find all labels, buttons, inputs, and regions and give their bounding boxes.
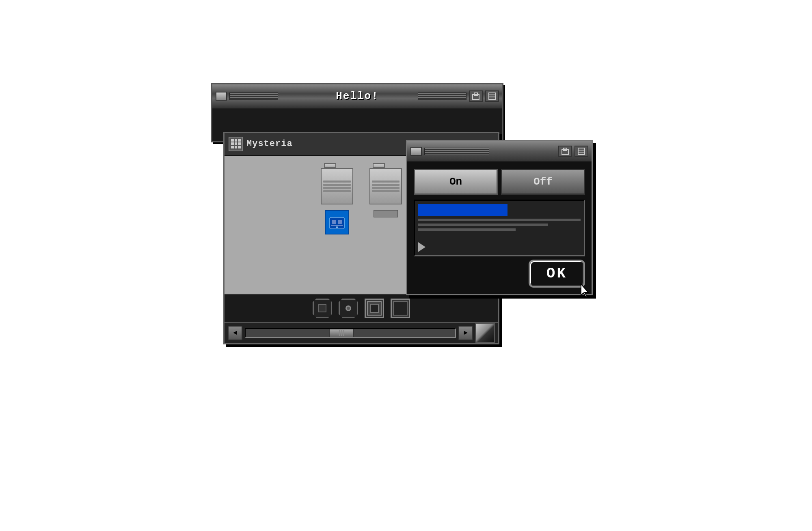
svg-rect-12 bbox=[578, 148, 585, 155]
svg-marker-15 bbox=[581, 284, 588, 297]
svg-rect-2 bbox=[489, 93, 495, 99]
toolbar-btn-2[interactable] bbox=[339, 299, 358, 318]
back-title-stripe bbox=[229, 92, 278, 100]
file-body-2 bbox=[369, 168, 402, 204]
svg-point-9 bbox=[336, 226, 338, 228]
back-window-icon1[interactable] bbox=[469, 90, 483, 102]
bottom-toolbar bbox=[225, 294, 498, 322]
scroll-track[interactable] bbox=[245, 328, 456, 338]
dialog-content: On Off OK bbox=[407, 162, 592, 294]
front-window-title: Mysteria bbox=[246, 139, 293, 149]
scroll-bar-area: ◄ ► bbox=[225, 322, 498, 343]
scroll-left-arrow[interactable]: ◄ bbox=[228, 326, 242, 340]
on-off-row: On Off bbox=[414, 169, 585, 195]
file-icon-finder[interactable] bbox=[321, 168, 353, 234]
list-area[interactable] bbox=[414, 200, 585, 256]
on-button[interactable]: On bbox=[414, 169, 498, 195]
file-tab-2 bbox=[373, 163, 385, 168]
toolbar-btn-3[interactable] bbox=[365, 299, 384, 318]
resize-corner[interactable] bbox=[475, 323, 495, 343]
file-lines-1 bbox=[323, 171, 351, 202]
list-selected-item bbox=[418, 204, 508, 216]
back-title-bar-left bbox=[216, 92, 278, 101]
finder-icon bbox=[325, 210, 349, 234]
svg-rect-6 bbox=[332, 220, 336, 224]
off-button[interactable]: Off bbox=[501, 169, 585, 195]
file-tab bbox=[324, 163, 336, 168]
file-body-1 bbox=[321, 168, 353, 204]
list-line-3 bbox=[418, 228, 516, 231]
ok-button[interactable]: OK bbox=[529, 260, 585, 288]
back-title-bar: Hello! bbox=[212, 84, 502, 109]
back-close-btn[interactable] bbox=[216, 92, 227, 101]
dialog-title-bar-right bbox=[558, 146, 588, 157]
file-lines-2 bbox=[372, 171, 400, 202]
grid-icon[interactable] bbox=[229, 137, 243, 151]
list-line-2 bbox=[418, 224, 548, 226]
play-button[interactable] bbox=[418, 242, 425, 252]
file-icon-2[interactable] bbox=[369, 168, 402, 234]
list-line-1 bbox=[418, 219, 581, 221]
back-title-bar-right bbox=[418, 90, 499, 102]
dialog-stripe bbox=[424, 148, 489, 155]
dialog-icon1[interactable] bbox=[558, 146, 572, 157]
dialog-title-bar-left bbox=[410, 147, 489, 156]
ok-btn-wrapper: OK bbox=[414, 260, 585, 288]
toolbar-btn-4[interactable] bbox=[391, 299, 410, 318]
dialog-close-btn[interactable] bbox=[410, 147, 422, 156]
dialog-window: On Off OK bbox=[406, 140, 593, 295]
dialog-title-bar bbox=[407, 141, 592, 162]
scroll-thumb[interactable] bbox=[329, 329, 354, 337]
back-title-stripe-right bbox=[418, 92, 466, 100]
svg-rect-7 bbox=[338, 220, 342, 224]
back-window-title: Hello! bbox=[336, 90, 379, 102]
scroll-right-arrow[interactable]: ► bbox=[458, 326, 473, 340]
dialog-icon2[interactable] bbox=[574, 146, 588, 157]
cursor-arrow bbox=[579, 283, 591, 300]
toolbar-btn-1[interactable] bbox=[313, 299, 332, 318]
back-window-icon2[interactable] bbox=[485, 90, 499, 102]
